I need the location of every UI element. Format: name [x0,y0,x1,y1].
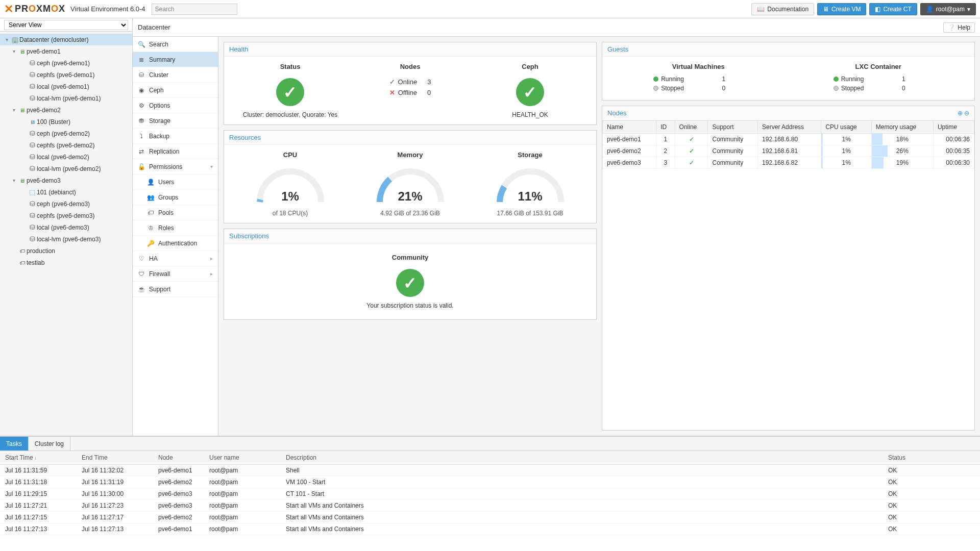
column-header[interactable]: Status [883,451,980,465]
disk-icon [28,94,37,102]
documentation-button[interactable]: 📖Documentation [751,3,814,15]
column-header[interactable]: User name [204,451,281,465]
tree-item[interactable]: 100 (Buster) [0,116,132,128]
tree-item[interactable]: local (pve6-demo2) [0,151,132,163]
cpu-sub: of 18 CPU(s) [230,210,350,217]
menu-item-users[interactable]: 👤Users [133,174,218,190]
menu-item-search[interactable]: 🔍Search [133,37,218,52]
column-header[interactable]: Online [675,121,708,134]
menu-item-firewall[interactable]: 🛡Firewall▸ [133,266,218,282]
column-header[interactable]: Support [708,121,758,134]
menu-icon: ≣ [138,56,145,63]
user-menu-button[interactable]: 👤root@pam▾ [920,3,976,15]
memory-gauge [372,164,449,205]
subscriptions-panel: Subscriptions Community Your subscriptio… [224,229,597,320]
create-ct-button[interactable]: ◧Create CT [869,3,917,15]
menu-item-ha[interactable]: ♡HA▸ [133,251,218,266]
create-vm-button[interactable]: 🖥Create VM [817,3,866,15]
help-button[interactable]: ❔Help [943,22,975,33]
menu-item-cluster[interactable]: ⛁Cluster [133,67,218,83]
tree-item[interactable]: local-lvm (pve6-demo1) [0,92,132,104]
menu-item-groups[interactable]: 👥Groups [133,190,218,205]
menu-item-backup[interactable]: ⤵Backup [133,129,218,144]
table-row[interactable]: Jul 16 11:31:59Jul 16 11:32:02pve6-demo1… [0,465,980,477]
collapse-all-icon[interactable]: ⊖ [964,110,969,117]
guests-panel: Guests Virtual Machines Running1 Stopped… [602,42,975,101]
view-selector[interactable]: Server View [0,18,132,32]
column-header[interactable]: Start Time↓ [0,451,77,465]
menu-item-roles[interactable]: ♔Roles [133,220,218,236]
expand-icon[interactable]: ▾ [10,178,17,183]
expand-icon[interactable]: ▾ [10,107,17,113]
vms-label: Virtual Machines [608,63,789,70]
menu-item-permissions[interactable]: 🔓Permissions▾ [133,159,218,174]
tree-item[interactable]: local-lvm (pve6-demo3) [0,233,132,245]
subscription-heading: Community [234,254,586,261]
menu-label: HA [149,255,158,262]
tree-item[interactable]: local (pve6-demo1) [0,81,132,92]
column-header[interactable]: CPU usage [821,121,871,134]
table-row[interactable]: Jul 16 11:27:21Jul 16 11:27:23pve6-demo3… [0,500,980,512]
offline-count: 0 [427,89,431,96]
tree-item[interactable]: local-lvm (pve6-demo2) [0,163,132,174]
menu-item-storage[interactable]: ⛃Storage [133,113,218,129]
logo-icon: ✕ [4,3,14,16]
expand-icon[interactable]: ▾ [3,37,10,42]
view-select-dropdown[interactable]: Server View [4,20,128,30]
menu-item-ceph[interactable]: ◉Ceph [133,83,218,98]
logo-text: PROXMOX [15,4,65,14]
tree-item[interactable]: cephfs (pve6-demo2) [0,139,132,151]
menu-item-authentication[interactable]: 🔑Authentication [133,236,218,251]
column-header[interactable]: Uptime [933,121,974,134]
tab-tasks[interactable]: Tasks [0,437,29,450]
expand-icon[interactable]: ▾ [10,48,17,54]
menu-label: Permissions [149,163,182,170]
tree-item[interactable]: testlab [0,257,132,268]
tree-label: cephfs (pve6-demo3) [37,212,94,219]
tree-item[interactable]: 101 (debianct) [0,186,132,198]
tree-item[interactable]: ▾pve6-demo1 [0,45,132,57]
menu-item-pools[interactable]: 🏷Pools [133,205,218,220]
tree-item[interactable]: ceph (pve6-demo1) [0,57,132,69]
table-row[interactable]: Jul 16 11:29:15Jul 16 11:30:00pve6-demo3… [0,488,980,500]
table-row[interactable]: pve6-demo33✓Community192.168.6.821%19%00… [603,157,974,169]
menu-item-summary[interactable]: ≣Summary [133,52,218,67]
menu-icon: ◉ [138,87,145,94]
table-row[interactable]: pve6-demo11✓Community192.168.6.801%18%00… [603,134,974,145]
table-row[interactable]: pve6-demo22✓Community192.168.6.811%26%00… [603,145,974,157]
table-row[interactable]: Jul 16 11:27:13Jul 16 11:27:13pve6-demo1… [0,523,980,535]
ct-stopped-count: 0 [902,85,905,92]
menu-item-options[interactable]: ⚙Options [133,98,218,113]
column-header[interactable]: Server Address [758,121,821,134]
column-header[interactable]: End Time [77,451,153,465]
tree-item[interactable]: local (pve6-demo3) [0,221,132,233]
table-row[interactable]: Jul 16 11:31:18Jul 16 11:31:19pve6-demo2… [0,477,980,488]
tree-item[interactable]: ▾Datacenter (democluster) [0,34,132,45]
tree-item[interactable]: ▾pve6-demo3 [0,174,132,186]
tree-item[interactable]: cephfs (pve6-demo1) [0,69,132,81]
tab-cluster-log[interactable]: Cluster log [29,437,70,450]
tree-label: 101 (debianct) [37,189,76,196]
column-header[interactable]: Node [153,451,204,465]
expand-all-icon[interactable]: ⊕ [958,110,963,117]
column-header[interactable]: Name [603,121,656,134]
storage-gauge [492,164,569,205]
tree-label: 100 (Buster) [37,118,70,126]
tree-item[interactable]: ceph (pve6-demo2) [0,128,132,139]
menu-label: Roles [158,224,174,232]
menu-item-support[interactable]: ☕Support [133,282,218,297]
table-row[interactable]: Jul 16 11:27:15Jul 16 11:27:17pve6-demo2… [0,512,980,523]
server-icon [17,106,27,114]
column-header[interactable]: Description [281,451,883,465]
tree-item[interactable]: production [0,245,132,257]
tree-item[interactable]: cephfs (pve6-demo3) [0,210,132,221]
tree-item[interactable]: ceph (pve6-demo3) [0,198,132,210]
search-input[interactable]: Search [152,4,237,15]
nodes-label: Nodes [350,63,470,70]
tasks-table: Start Time↓End TimeNodeUser nameDescript… [0,451,980,535]
menu-item-replication[interactable]: ⇄Replication [133,144,218,159]
column-header[interactable]: Memory usage [871,121,933,134]
menu-icon: 👤 [147,179,154,186]
column-header[interactable]: ID [656,121,675,134]
tree-item[interactable]: ▾pve6-demo2 [0,104,132,116]
